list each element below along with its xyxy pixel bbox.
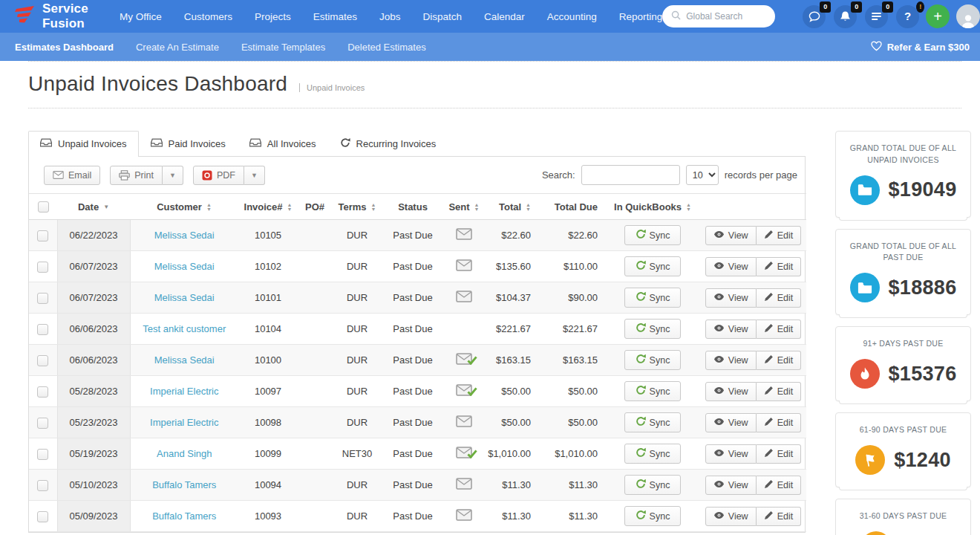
view-button[interactable]: View bbox=[705, 507, 757, 526]
table-search-input[interactable] bbox=[581, 165, 680, 185]
view-button[interactable]: View bbox=[705, 351, 757, 370]
sort-icon[interactable]: ▲▼ bbox=[371, 203, 376, 212]
subnav-item[interactable]: Deleted Estimates bbox=[347, 42, 426, 53]
nav-item[interactable]: Jobs bbox=[379, 11, 401, 22]
customer-link[interactable]: Anand Singh bbox=[157, 448, 212, 459]
row-checkbox[interactable] bbox=[37, 386, 48, 398]
view-button[interactable]: View bbox=[705, 476, 757, 495]
quick-add-button[interactable]: + bbox=[926, 4, 950, 28]
row-checkbox[interactable] bbox=[37, 324, 48, 335]
global-search[interactable] bbox=[662, 5, 775, 27]
customer-link[interactable]: Melissa Sedai bbox=[154, 230, 215, 241]
view-button[interactable]: View bbox=[705, 226, 757, 245]
tab-paid-invoices[interactable]: Paid Invoices bbox=[139, 131, 238, 157]
sort-icon[interactable]: ▲▼ bbox=[287, 203, 293, 212]
quickbooks-sync-button[interactable]: Sync bbox=[624, 350, 682, 370]
tab-all-invoices[interactable]: All Invoices bbox=[238, 131, 328, 157]
help-button[interactable]: ?! bbox=[896, 5, 919, 28]
row-checkbox[interactable] bbox=[37, 480, 48, 491]
view-button[interactable]: View bbox=[705, 288, 757, 308]
row-checkbox[interactable] bbox=[37, 418, 48, 429]
customer-link[interactable]: Imperial Electric bbox=[150, 386, 218, 397]
edit-button[interactable]: Edit bbox=[757, 226, 802, 245]
edit-button[interactable]: Edit bbox=[757, 320, 802, 339]
refer-earn-link[interactable]: Refer & Earn $300 bbox=[871, 41, 970, 54]
column-header-date[interactable]: Date▼ bbox=[57, 194, 130, 220]
tab-recurring-invoices[interactable]: Recurring Invoices bbox=[328, 131, 448, 157]
quickbooks-sync-button[interactable]: Sync bbox=[624, 475, 682, 495]
print-dropdown-button[interactable]: ▼ bbox=[163, 166, 183, 185]
view-button[interactable]: View bbox=[705, 444, 757, 464]
global-search-input[interactable] bbox=[686, 11, 766, 22]
row-checkbox[interactable] bbox=[37, 355, 48, 366]
customer-link[interactable]: Buffalo Tamers bbox=[152, 510, 216, 522]
nav-item[interactable]: Calendar bbox=[484, 11, 525, 22]
quickbooks-sync-button[interactable]: Sync bbox=[624, 256, 682, 276]
subnav-item[interactable]: Estimates Dashboard bbox=[15, 42, 114, 53]
customer-link[interactable]: Buffalo Tamers bbox=[152, 479, 216, 490]
sort-icon[interactable]: ▲▼ bbox=[526, 203, 531, 212]
quickbooks-sync-button[interactable]: Sync bbox=[624, 319, 682, 339]
edit-button[interactable]: Edit bbox=[757, 351, 802, 370]
column-header-total[interactable]: Total▲▼ bbox=[485, 194, 538, 220]
edit-button[interactable]: Edit bbox=[757, 413, 802, 432]
sort-icon[interactable]: ▲▼ bbox=[686, 203, 691, 212]
column-header-terms[interactable]: Terms▲▼ bbox=[332, 194, 382, 220]
quickbooks-sync-button[interactable]: Sync bbox=[624, 412, 682, 432]
column-header-customer[interactable]: Customer▲▼ bbox=[130, 194, 238, 220]
activity-button[interactable]: 0 bbox=[865, 5, 888, 28]
customer-link[interactable]: Melissa Sedai bbox=[154, 354, 215, 366]
sort-icon[interactable]: ▲▼ bbox=[474, 203, 480, 212]
row-checkbox[interactable] bbox=[37, 230, 48, 241]
customer-link[interactable]: Melissa Sedai bbox=[154, 261, 215, 272]
bell-button[interactable]: 0 bbox=[834, 5, 857, 28]
select-all-checkbox[interactable] bbox=[38, 201, 49, 213]
edit-button[interactable]: Edit bbox=[757, 257, 802, 276]
row-checkbox[interactable] bbox=[37, 293, 48, 304]
view-button[interactable]: View bbox=[705, 320, 757, 339]
nav-item[interactable]: Estimates bbox=[313, 11, 357, 22]
quickbooks-sync-button[interactable]: Sync bbox=[624, 381, 682, 401]
customer-link[interactable]: Melissa Sedai bbox=[154, 292, 215, 303]
quickbooks-sync-button[interactable]: Sync bbox=[624, 506, 682, 526]
summary-card: GRAND TOTAL DUE OF ALL PAST DUE$18886 bbox=[835, 229, 971, 316]
quickbooks-sync-button[interactable]: Sync bbox=[624, 288, 682, 308]
subnav-item[interactable]: Create An Estimate bbox=[136, 42, 219, 53]
view-button[interactable]: View bbox=[705, 413, 757, 432]
row-checkbox[interactable] bbox=[37, 449, 48, 460]
pdf-dropdown-button[interactable]: ▼ bbox=[244, 166, 265, 185]
sort-icon[interactable]: ▲▼ bbox=[206, 203, 212, 212]
view-button[interactable]: View bbox=[705, 257, 757, 276]
nav-item[interactable]: Customers bbox=[184, 11, 232, 22]
row-checkbox[interactable] bbox=[37, 511, 48, 522]
column-header-invoice-[interactable]: Invoice#▲▼ bbox=[238, 194, 298, 220]
edit-button[interactable]: Edit bbox=[757, 382, 802, 401]
email-button[interactable]: Email bbox=[44, 166, 100, 185]
edit-button[interactable]: Edit bbox=[757, 444, 802, 464]
nav-item[interactable]: Projects bbox=[255, 11, 291, 22]
tab-unpaid-invoices[interactable]: Unpaid Invoices bbox=[28, 131, 139, 157]
customer-link[interactable]: Test ankit customer bbox=[143, 323, 226, 334]
edit-button[interactable]: Edit bbox=[757, 288, 802, 308]
edit-button[interactable]: Edit bbox=[757, 476, 802, 495]
chat-button[interactable]: 0 bbox=[803, 5, 826, 28]
view-button[interactable]: View bbox=[705, 382, 757, 401]
print-button[interactable]: Print bbox=[110, 166, 163, 185]
subnav-item[interactable]: Estimate Templates bbox=[241, 42, 325, 53]
user-avatar[interactable] bbox=[956, 4, 980, 28]
column-header-sent[interactable]: Sent▲▼ bbox=[443, 194, 485, 220]
nav-item[interactable]: Accounting bbox=[547, 11, 597, 22]
edit-button[interactable]: Edit bbox=[757, 507, 802, 526]
quickbooks-sync-button[interactable]: Sync bbox=[624, 225, 682, 245]
row-checkbox[interactable] bbox=[37, 262, 48, 273]
column-header-in-quickbooks[interactable]: In QuickBooks▲▼ bbox=[605, 194, 700, 220]
nav-item[interactable]: Dispatch bbox=[423, 11, 463, 22]
sort-desc-icon[interactable]: ▼ bbox=[103, 205, 109, 210]
nav-item[interactable]: My Office bbox=[120, 11, 162, 22]
quickbooks-sync-button[interactable]: Sync bbox=[624, 444, 682, 464]
customer-link[interactable]: Imperial Electric bbox=[150, 417, 218, 428]
nav-item[interactable]: Reporting bbox=[619, 11, 663, 22]
pdf-button[interactable]: PDF bbox=[193, 166, 244, 185]
brand-logo[interactable]: Service Fusion bbox=[13, 1, 88, 31]
page-size-select[interactable]: 10 bbox=[686, 165, 719, 185]
